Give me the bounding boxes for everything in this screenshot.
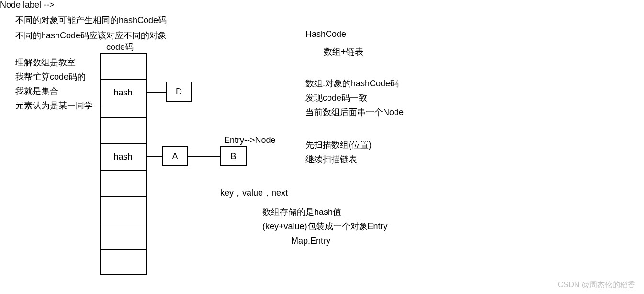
array-cell-8 [100, 249, 147, 275]
right-text-4: 当前数组后面串一个Node [305, 106, 404, 118]
top-line-2: 不同的hashCode码应该对应不同的对象 [15, 30, 167, 42]
connector-line [147, 92, 166, 93]
left-line-1: 理解数组是教室 [15, 57, 76, 69]
array-cell-4: hash [100, 143, 147, 170]
left-line-2: 我帮忙算code码的 [15, 71, 86, 83]
right-text-3: 发现code码一致 [305, 92, 367, 104]
right-text-1: 数组+链表 [324, 46, 363, 58]
entry-node-label: Entry-->Node [224, 134, 276, 146]
right-text-6: 继续扫描链表 [305, 153, 357, 165]
right-text-2: 数组:对象的hashCode码 [305, 78, 399, 90]
connector-line [188, 156, 220, 157]
bottom-line-4: Map.Entry [291, 235, 330, 247]
right-text-5: 先扫描数组(位置) [305, 139, 372, 151]
node-b: B [220, 146, 247, 166]
bottom-line-2: 数组存储的是hash值 [262, 206, 341, 218]
array-cell-5 [100, 170, 147, 196]
array-cell-2 [100, 106, 147, 117]
array-cell-0 [100, 53, 147, 79]
bottom-line-1: key，value，next [220, 187, 288, 199]
array-column: hash hash [100, 53, 147, 275]
watermark: CSDN @周杰伦的稻香 [558, 280, 635, 290]
left-line-3: 我就是集合 [15, 85, 58, 97]
array-cell-6 [100, 196, 147, 223]
connector-line [147, 156, 162, 157]
array-cell-7 [100, 223, 147, 249]
array-cell-3 [100, 117, 147, 143]
top-line-1: 不同的对象可能产生相同的hashCode码 [15, 14, 167, 26]
right-title: HashCode [305, 28, 346, 40]
array-cell-1: hash [100, 79, 147, 106]
array-label: code码 [106, 41, 134, 53]
left-line-4: 元素认为是某一同学 [15, 100, 93, 112]
node-d: D [166, 82, 192, 102]
node-a: A [162, 146, 188, 166]
bottom-line-3: (key+value)包装成一个对象Entry [262, 221, 388, 233]
